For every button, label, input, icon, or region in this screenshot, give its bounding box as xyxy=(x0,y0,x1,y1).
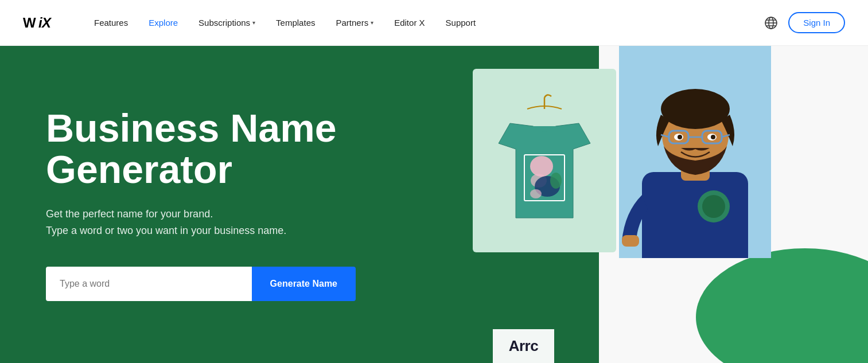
generate-name-button[interactable]: Generate Name xyxy=(252,267,356,301)
navbar: W iX Features Explore Subscriptions ▾ Te… xyxy=(0,0,868,46)
svg-text:iX: iX xyxy=(38,14,52,30)
svg-point-29 xyxy=(711,135,715,139)
navbar-right: Sign In xyxy=(763,12,845,33)
hero-title: Business Name Generator xyxy=(46,108,390,190)
subscriptions-chevron-icon: ▾ xyxy=(252,19,255,26)
tshirt-svg xyxy=(493,92,596,229)
svg-point-27 xyxy=(678,135,682,139)
nav-templates[interactable]: Templates xyxy=(268,13,323,32)
green-oval-decoration xyxy=(696,248,868,363)
svg-point-20 xyxy=(661,89,730,129)
nav-explore[interactable]: Explore xyxy=(141,13,186,32)
hero-right-panel: Arrc xyxy=(582,46,868,363)
arrc-label: Arrc xyxy=(493,329,554,363)
svg-point-13 xyxy=(530,189,542,198)
nav-partners[interactable]: Partners ▾ xyxy=(328,13,382,32)
nav-editor-x[interactable]: Editor X xyxy=(386,13,433,32)
person-card xyxy=(619,46,771,258)
wix-logo[interactable]: W iX xyxy=(23,14,57,32)
svg-point-17 xyxy=(702,195,725,218)
svg-rect-15 xyxy=(642,172,748,258)
wix-svg-logo: W iX xyxy=(23,14,57,32)
hero-section: Business Name Generator Get the perfect … xyxy=(0,46,868,363)
partners-chevron-icon: ▾ xyxy=(371,19,373,26)
hero-form: Generate Name xyxy=(46,267,356,301)
svg-text:W: W xyxy=(23,14,36,30)
tshirt-card xyxy=(473,69,616,252)
nav-support[interactable]: Support xyxy=(438,13,484,32)
nav-subscriptions[interactable]: Subscriptions ▾ xyxy=(190,13,263,32)
hero-subtitle: Get the perfect name for your brand. Typ… xyxy=(46,206,536,239)
sign-in-button[interactable]: Sign In xyxy=(788,12,845,33)
nav-links: Features Explore Subscriptions ▾ Templat… xyxy=(86,13,763,32)
globe-icon[interactable] xyxy=(763,15,779,31)
svg-point-12 xyxy=(550,173,562,189)
svg-rect-30 xyxy=(622,235,639,247)
nav-features[interactable]: Features xyxy=(86,13,136,32)
person-svg xyxy=(619,46,771,258)
word-input[interactable] xyxy=(46,267,252,301)
svg-point-9 xyxy=(530,156,553,177)
logo-text: W iX xyxy=(23,14,57,32)
